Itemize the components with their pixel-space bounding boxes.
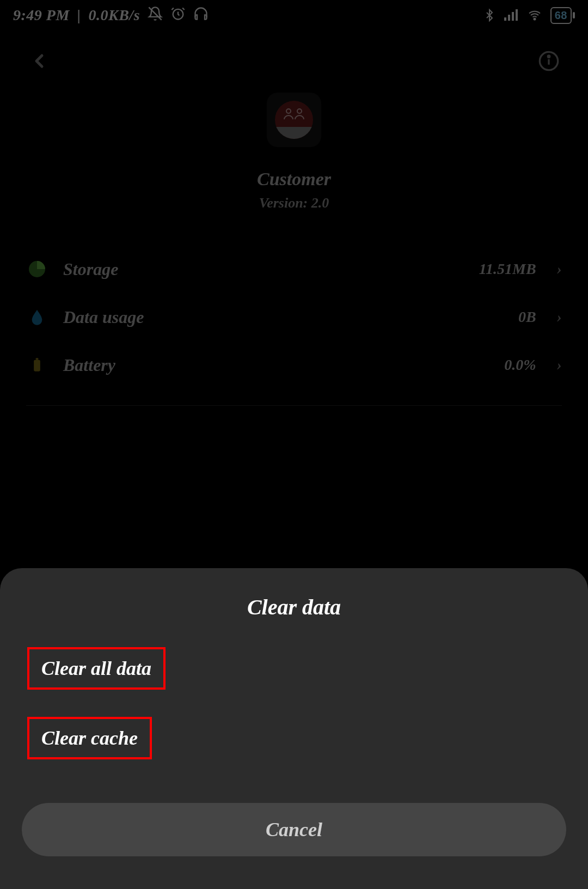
clear-data-sheet: Clear data Clear all data Clear cache Ca…	[0, 568, 588, 889]
clear-all-data-option[interactable]: Clear all data	[27, 647, 166, 690]
clear-cache-option[interactable]: Clear cache	[27, 717, 152, 759]
sheet-title: Clear data	[22, 594, 566, 620]
cancel-button[interactable]: Cancel	[22, 803, 566, 856]
